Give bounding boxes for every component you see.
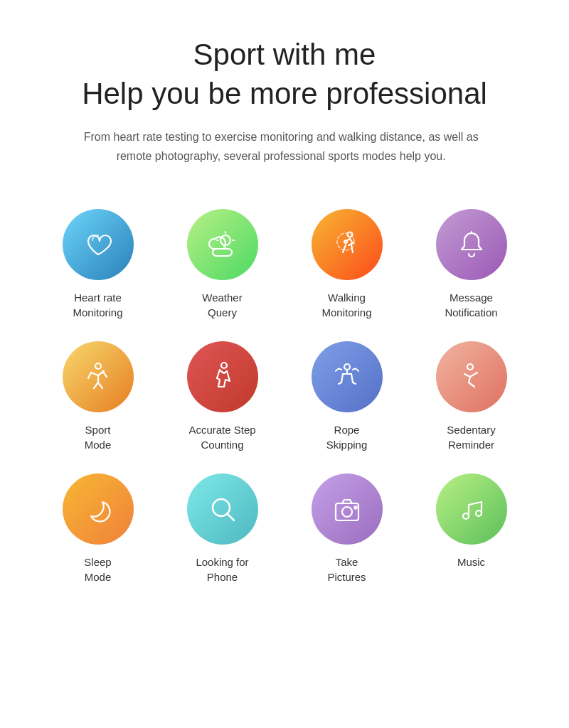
feature-item-walking: Walking Monitoring <box>292 209 402 320</box>
feature-item-sport: Sport Mode <box>43 341 153 452</box>
feature-circle-pictures <box>312 473 383 545</box>
svg-point-11 <box>467 364 473 370</box>
feature-label-message: Message Notification <box>445 290 497 320</box>
subtitle: From heart rate testing to exercise moni… <box>82 127 480 166</box>
svg-point-15 <box>342 507 352 517</box>
svg-point-8 <box>95 363 101 369</box>
feature-label-sport: Sport Mode <box>85 422 112 452</box>
feature-item-message: Message Notification <box>416 209 526 320</box>
feature-label-heart-rate: Heart rate Monitoring <box>73 290 122 320</box>
feature-circle-walking <box>312 209 383 280</box>
feature-label-pictures: Take Pictures <box>327 555 366 584</box>
svg-point-17 <box>463 513 469 519</box>
feature-circle-sleep <box>63 473 134 545</box>
feature-circle-rope <box>312 341 383 412</box>
feature-circle-phone <box>187 473 258 545</box>
feature-label-weather: Weather Query <box>202 290 242 320</box>
feature-circle-music <box>436 473 507 545</box>
feature-circle-step <box>187 341 258 412</box>
feature-item-step: Accurate Step Counting <box>167 341 277 452</box>
feature-item-heart-rate: Heart rate Monitoring <box>43 209 153 320</box>
feature-item-pictures: Take Pictures <box>292 473 402 584</box>
feature-circle-heart-rate <box>63 209 134 280</box>
feature-circle-sedentary <box>436 341 507 412</box>
svg-point-10 <box>344 364 350 370</box>
feature-item-phone: Looking for Phone <box>167 473 277 584</box>
feature-label-step: Accurate Step Counting <box>188 422 255 452</box>
feature-circle-message <box>436 209 507 280</box>
svg-point-9 <box>221 363 227 368</box>
feature-item-weather: Weather Query <box>167 209 277 320</box>
feature-label-sedentary: Sedentary Reminder <box>447 422 495 452</box>
feature-item-rope: Rope Skipping <box>292 341 402 452</box>
svg-point-18 <box>476 510 482 516</box>
feature-label-rope: Rope Skipping <box>326 422 368 452</box>
feature-circle-sport <box>63 341 134 412</box>
feature-circle-weather <box>187 209 258 280</box>
feature-item-music: Music <box>416 473 526 584</box>
svg-line-13 <box>227 513 234 520</box>
feature-label-sleep: Sleep Mode <box>84 555 111 584</box>
main-title: Sport with me Help you be more professio… <box>82 36 487 113</box>
feature-item-sleep: Sleep Mode <box>43 473 153 584</box>
feature-label-music: Music <box>457 555 485 569</box>
svg-point-16 <box>354 506 357 509</box>
feature-label-phone: Looking for Phone <box>196 555 248 584</box>
feature-label-walking: Walking Monitoring <box>321 290 371 320</box>
feature-item-sedentary: Sedentary Reminder <box>416 341 526 452</box>
header-section: Sport with me Help you be more professio… <box>82 36 487 166</box>
features-grid: Heart rate MonitoringWeather QueryWalkin… <box>43 209 526 584</box>
